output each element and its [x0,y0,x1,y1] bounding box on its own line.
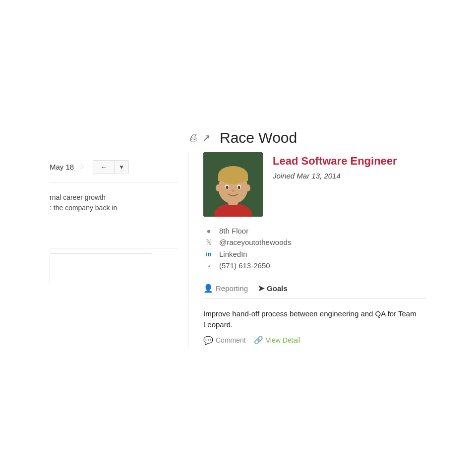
goal-text: Improve hand-off process between enginee… [203,308,426,331]
phone-number: (571) 613-2650 [219,261,270,270]
main-layout: May 18 ☆ ← ▼ rnal career growth : the co… [50,152,426,347]
profile-container: 🖨 ↗ Race Wood May 18 ☆ ← ▼ rnal career g… [50,129,426,347]
location-icon: ● [203,227,214,235]
phone-icon: ▫ [203,261,214,270]
right-panel: Lead Software Engineer Joined Mar 13, 20… [188,152,426,347]
email-date: May 18 [50,163,74,171]
avatar [203,152,263,217]
comment-button[interactable]: 💬 Comment [203,336,246,345]
reply-button-group: ← ▼ [93,160,129,174]
view-detail-button[interactable]: 🔗 View Detail [254,336,300,345]
contact-linkedin[interactable]: in LinkedIn [203,250,426,258]
left-bottom-box [50,253,152,283]
print-icon[interactable]: 🖨 [188,132,198,143]
left-panel: May 18 ☆ ← ▼ rnal career growth : the co… [50,152,188,347]
view-detail-label: View Detail [266,336,300,344]
goals-label: Goals [267,284,288,293]
goal-actions: 💬 Comment 🔗 View Detail [203,336,426,345]
email-excerpt: rnal career growth : the company back in [50,182,178,218]
contact-twitter[interactable]: 𝕏 @raceyoutothewoods [203,238,426,247]
page-title: Race Wood [220,129,297,146]
twitter-icon: 𝕏 [203,238,214,247]
left-divider [50,248,178,248]
svg-point-11 [245,184,250,191]
goals-tab[interactable]: ➤ Goals [258,284,288,293]
join-date: Joined Mar 13, 2014 [273,172,397,180]
svg-point-8 [226,186,229,189]
reporting-label: Reporting [216,284,248,293]
profile-info: Lead Software Engineer Joined Mar 13, 20… [273,152,397,180]
excerpt-line2: : the company back in [50,203,178,213]
comment-label: Comment [216,336,246,344]
comment-icon: 💬 [203,336,213,345]
excerpt-line1: rnal career growth [50,192,178,203]
top-toolbar: 🖨 ↗ Race Wood [50,129,426,146]
view-detail-icon: 🔗 [254,336,263,345]
contact-list: ● 8th Floor 𝕏 @raceyoutothewoods in Link… [203,227,426,270]
contact-location: ● 8th Floor [203,227,426,235]
export-icon[interactable]: ↗ [202,132,211,144]
goals-icon: ➤ [258,284,264,293]
star-icon[interactable]: ☆ [78,162,85,172]
email-date-row: May 18 ☆ ← ▼ [50,152,178,182]
reply-dropdown-button[interactable]: ▼ [115,161,128,173]
twitter-handle: @raceyoutothewoods [219,238,291,246]
actions-row: 👤 Reporting ➤ Goals [203,279,426,298]
svg-point-10 [216,184,221,191]
goal-card: Improve hand-off process between enginee… [203,306,426,347]
reporting-tab[interactable]: 👤 Reporting [203,284,248,293]
profile-header: Lead Software Engineer Joined Mar 13, 20… [203,152,426,217]
job-title: Lead Software Engineer [273,155,397,168]
svg-point-9 [238,186,240,189]
linkedin-text: LinkedIn [219,250,247,258]
reporting-icon: 👤 [203,284,213,293]
reply-button[interactable]: ← [93,161,115,174]
contact-phone: ▫ (571) 613-2650 [203,261,426,270]
svg-rect-5 [218,175,248,181]
linkedin-icon: in [203,250,214,258]
location-text: 8th Floor [219,227,248,235]
